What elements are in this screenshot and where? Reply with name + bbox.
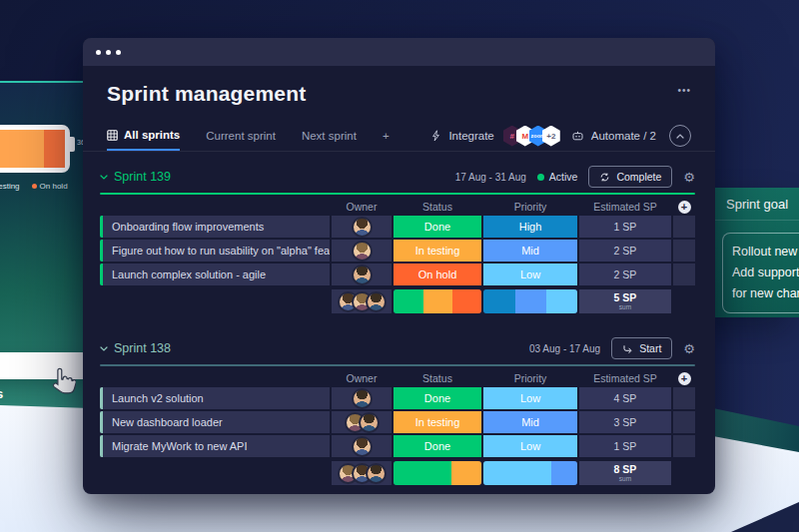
sp-cell[interactable]: 4 SP <box>579 387 671 409</box>
page-title: Sprint management <box>107 82 306 106</box>
priority-cell[interactable]: High <box>483 216 577 238</box>
sprint-goal-line: Rollout new mo <box>732 242 799 263</box>
item-name-cell[interactable]: New dashboard loader <box>100 411 330 433</box>
table-row[interactable]: Launch v2 solution Done Low 4 SP <box>100 387 695 409</box>
background-left-panel: 36% testing On hold s <box>0 81 84 408</box>
item-name-cell[interactable]: Migrate MyWork to new API <box>100 435 330 457</box>
window-control-dot[interactable] <box>106 50 111 55</box>
summary-row: 8 SP sum <box>100 461 695 485</box>
owner-cell[interactable] <box>332 216 392 238</box>
more-options-icon[interactable]: ••• <box>677 82 691 100</box>
start-button[interactable]: Start <box>611 337 672 359</box>
status-cell[interactable]: In testing <box>394 411 481 433</box>
owner-cell[interactable] <box>332 240 392 262</box>
item-name-cell[interactable]: Figure out how to run usability on "alph… <box>100 240 330 262</box>
empty-cell[interactable] <box>673 387 695 409</box>
owner-cell[interactable] <box>332 435 392 457</box>
sp-cell[interactable]: 2 SP <box>579 240 671 262</box>
item-name-cell[interactable]: Onboarding flow improvements <box>100 216 330 238</box>
battery-chart <box>0 125 70 173</box>
priority-cell[interactable]: Low <box>483 387 577 409</box>
priority-distribution-bar <box>483 461 577 485</box>
empty-cell[interactable] <box>673 216 695 238</box>
priority-distribution-bar <box>483 289 577 313</box>
tab-current-sprint[interactable]: Current sprint <box>206 121 276 151</box>
legend-item: testing <box>0 182 20 191</box>
table-row[interactable]: Onboarding flow improvements Done High 1… <box>100 216 695 238</box>
tab-label: Current sprint <box>206 130 276 142</box>
date-range: 03 Aug - 17 Aug <box>529 343 600 354</box>
column-priority: Priority <box>483 201 577 213</box>
item-name-cell[interactable]: Launch v2 solution <box>100 387 330 409</box>
gear-icon[interactable]: ⚙ <box>683 342 695 355</box>
owner-cell[interactable] <box>332 387 392 409</box>
table-row[interactable]: Migrate MyWork to new API Done Low 1 SP <box>100 435 695 457</box>
table-row[interactable]: Figure out how to run usability on "alph… <box>100 240 695 262</box>
automate-button[interactable]: Automate / 2 <box>591 130 656 142</box>
sprint-state: Active <box>537 171 578 183</box>
priority-cell[interactable]: Low <box>483 264 577 285</box>
integrate-lightning-icon <box>430 130 441 142</box>
empty-cell[interactable] <box>673 411 695 433</box>
status-cell[interactable]: On hold <box>394 264 481 285</box>
sprint-goal-line: Add support in <box>732 263 799 283</box>
column-owner: Owner <box>332 372 392 384</box>
priority-cell[interactable]: Mid <box>483 240 577 262</box>
status-cell[interactable]: In testing <box>394 240 481 262</box>
column-estimated-sp: Estimated SP <box>579 201 671 213</box>
add-column-icon[interactable]: + <box>678 372 691 385</box>
sp-sum-note: sum <box>619 475 631 482</box>
item-name-cell[interactable]: Launch complex solution - agile <box>100 264 330 285</box>
sp-cell[interactable]: 2 SP <box>579 264 671 285</box>
tab-label: All sprints <box>124 129 180 141</box>
button-label: Start <box>639 342 661 354</box>
chevron-down-icon[interactable] <box>100 346 108 351</box>
priority-cell[interactable]: Low <box>483 435 577 457</box>
tab-next-sprint[interactable]: Next sprint <box>302 121 357 151</box>
priority-cell[interactable]: Mid <box>483 411 577 433</box>
tab-add[interactable]: + <box>383 121 390 151</box>
window-control-dot[interactable] <box>96 50 101 55</box>
owner-cell[interactable] <box>332 264 392 285</box>
add-column-icon[interactable]: + <box>678 201 691 214</box>
window-control-dot[interactable] <box>116 50 121 55</box>
empty-cell[interactable] <box>673 240 695 262</box>
gear-icon[interactable]: ⚙ <box>683 171 695 184</box>
sp-cell[interactable]: 1 SP <box>579 435 671 457</box>
group-title[interactable]: Sprint 139 <box>114 170 171 184</box>
empty-cell[interactable] <box>673 435 695 457</box>
window-titlebar <box>83 38 715 66</box>
integration-badges[interactable]: # M zoom +2 <box>503 126 560 147</box>
tab-label: Next sprint <box>302 130 357 142</box>
status-cell[interactable]: Done <box>394 435 481 457</box>
tab-label: + <box>383 130 390 142</box>
sp-cell[interactable]: 3 SP <box>579 411 671 433</box>
legend-item: On hold <box>32 182 68 191</box>
status-cell[interactable]: Done <box>394 216 481 238</box>
table-row[interactable]: New dashboard loader In testing Mid 3 SP <box>100 411 695 433</box>
group-underline <box>100 193 695 195</box>
chevron-down-icon[interactable] <box>100 175 108 180</box>
status-cell[interactable]: Done <box>394 387 481 409</box>
table-row[interactable]: Launch complex solution - agile On hold … <box>100 264 695 285</box>
battery-tip <box>70 137 75 152</box>
integrate-button[interactable]: Integrate <box>448 130 493 142</box>
avatar <box>352 436 373 457</box>
item-name: Figure out how to run usability on "alph… <box>112 245 330 257</box>
column-status: Status <box>394 372 481 384</box>
owner-cell[interactable] <box>332 411 392 433</box>
collapse-chevron-icon[interactable] <box>669 125 691 147</box>
group-title[interactable]: Sprint 138 <box>114 341 171 355</box>
tab-bar: All sprints Current sprint Next sprint +… <box>83 121 715 152</box>
status-distribution-bar <box>394 461 481 485</box>
column-headers: Owner Status Priority Estimated SP + <box>100 371 695 385</box>
group-underline <box>100 364 695 366</box>
complete-button[interactable]: Complete <box>588 166 672 188</box>
column-headers: Owner Status Priority Estimated SP + <box>100 200 695 214</box>
battery-legend: testing On hold <box>0 182 68 191</box>
owner-summary-cell <box>332 289 392 313</box>
empty-cell[interactable] <box>673 264 695 285</box>
tab-all-sprints[interactable]: All sprints <box>107 121 180 151</box>
sp-cell[interactable]: 1 SP <box>579 216 671 238</box>
avatar <box>366 463 387 484</box>
